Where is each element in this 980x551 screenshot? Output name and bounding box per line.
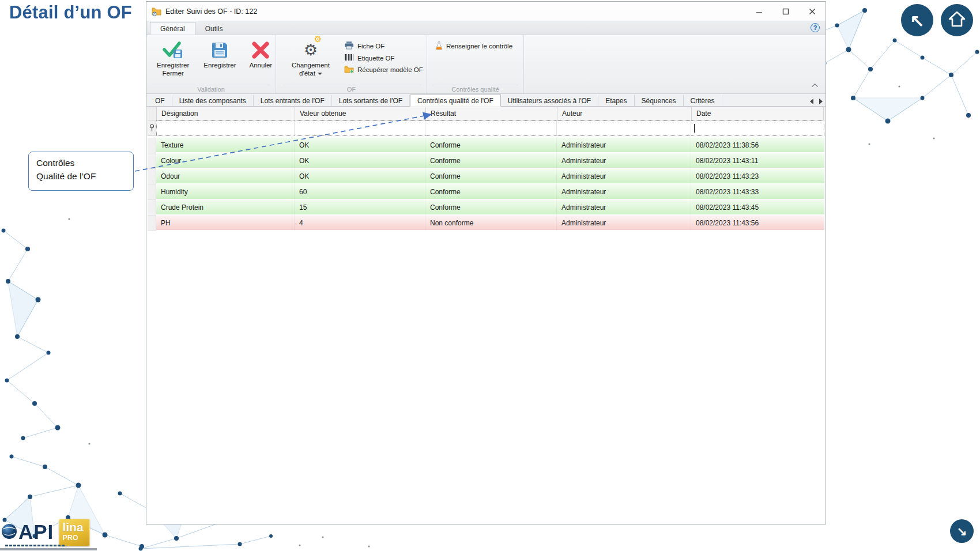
cell-resultat[interactable]: Conforme [425, 184, 557, 200]
renseigner-controle-label: Renseigner le contrôle [446, 43, 512, 50]
save-button[interactable]: Enregistrer [201, 39, 239, 70]
window-titlebar[interactable]: Editer Suivi des OF - ID: 122 [146, 2, 826, 21]
minimize-button[interactable] [746, 2, 772, 21]
ribbon-tab-general[interactable]: Général [150, 22, 195, 35]
cell-resultat[interactable]: Conforme [425, 200, 557, 216]
cell-auteur[interactable]: Administrateur [557, 138, 691, 153]
cell-date[interactable]: 08/02/2023 11:43:11 [691, 153, 824, 169]
tab-utilisateurs-associes[interactable]: Utilisateurs associés à l'OF [501, 95, 598, 106]
tab-liste-composants[interactable]: Liste des composants [172, 95, 254, 106]
folder-edit-icon [152, 7, 161, 16]
nav-back-button[interactable]: ↖ [901, 4, 933, 36]
folder-icon [344, 65, 354, 74]
filter-input-auteur[interactable] [557, 120, 691, 136]
pro-wordmark: PRO [62, 534, 90, 542]
quality-controls-grid: Désignation Valeur obtenue Résultat Aute… [148, 107, 824, 231]
column-header-designation[interactable]: Désignation [157, 107, 295, 120]
row-indicator [148, 153, 156, 169]
cell-auteur[interactable]: Administrateur [557, 169, 691, 184]
logo-baseline [0, 548, 97, 550]
callout-line2: Qualité de l’OF [36, 169, 133, 183]
cell-designation[interactable]: Crude Protein [156, 200, 295, 216]
cell-designation[interactable]: Odour [156, 169, 295, 184]
nav-next-button[interactable]: ↘ [950, 519, 974, 543]
cell-valeur[interactable]: 4 [295, 216, 425, 231]
filter-input-designation[interactable] [156, 120, 295, 136]
column-header-date[interactable]: Date [692, 107, 824, 120]
cell-date[interactable]: 08/02/2023 11:43:23 [691, 169, 824, 184]
tab-criteres[interactable]: Critères [684, 95, 722, 106]
save-close-label-line2: Fermer [163, 70, 184, 78]
collapse-ribbon-icon[interactable] [811, 80, 819, 90]
cell-date[interactable]: 08/02/2023 11:43:56 [691, 216, 824, 231]
cell-designation[interactable]: PH [156, 216, 295, 231]
grid-header-row: Désignation Valeur obtenue Résultat Aute… [148, 107, 824, 120]
table-row[interactable]: Humidity 60 Conforme Administrateur 08/0… [148, 184, 824, 200]
cell-auteur[interactable]: Administrateur [557, 216, 691, 231]
cell-resultat[interactable]: Conforme [425, 138, 557, 153]
tab-of[interactable]: OF [148, 95, 172, 106]
save-icon [210, 39, 229, 62]
tab-etapes[interactable]: Etapes [598, 95, 634, 106]
recuperer-modele-button[interactable]: Récupérer modèle OF [344, 65, 423, 74]
cell-date[interactable]: 08/02/2023 11:43:33 [691, 184, 824, 200]
renseigner-controle-button[interactable]: Renseigner le contrôle [435, 41, 512, 51]
arrow-up-left-icon: ↖ [910, 10, 924, 31]
tab-lots-entrants[interactable]: Lots entrants de l'OF [254, 95, 332, 106]
tab-lots-sortants[interactable]: Lots sortants de l'OF [332, 95, 410, 106]
header-indicator-cell [148, 107, 157, 120]
grid-body: Texture OK Conforme Administrateur 08/02… [148, 138, 824, 231]
cell-date[interactable]: 08/02/2023 11:43:45 [691, 200, 824, 216]
column-header-auteur[interactable]: Auteur [557, 107, 692, 120]
change-state-label-line2: d'état [299, 70, 322, 78]
table-row[interactable]: Colour OK Conforme Administrateur 08/02/… [148, 153, 824, 169]
cell-resultat[interactable]: Non conforme [425, 216, 557, 231]
nav-home-button[interactable] [941, 4, 973, 36]
maximize-button[interactable] [772, 2, 799, 21]
ribbon-tab-outils[interactable]: Outils [195, 22, 233, 35]
cell-resultat[interactable]: Conforme [425, 153, 557, 169]
cell-valeur[interactable]: 15 [295, 200, 425, 216]
close-button[interactable] [799, 2, 826, 21]
callout-line1: Contrôles [36, 156, 133, 169]
table-row[interactable]: Crude Protein 15 Conforme Administrateur… [148, 200, 824, 216]
cell-auteur[interactable]: Administrateur [557, 153, 691, 169]
cell-valeur[interactable]: OK [295, 138, 425, 153]
cell-designation[interactable]: Colour [156, 153, 295, 169]
cell-auteur[interactable]: Administrateur [557, 184, 691, 200]
tab-scroll-left-icon[interactable] [810, 99, 813, 104]
cell-auteur[interactable]: Administrateur [557, 200, 691, 216]
cell-valeur[interactable]: OK [295, 153, 425, 169]
filter-input-valeur[interactable] [295, 120, 425, 136]
fiche-of-button[interactable]: Fiche OF [344, 41, 423, 51]
filter-input-resultat[interactable] [425, 120, 557, 136]
filter-pin-icon [148, 120, 156, 136]
home-icon [948, 11, 966, 29]
row-indicator [148, 200, 156, 216]
table-row[interactable]: Texture OK Conforme Administrateur 08/02… [148, 138, 824, 153]
gears-icon: ⚙ ⚙ [304, 39, 318, 62]
tab-sequences[interactable]: Séquences [635, 95, 684, 106]
ribbon-group-validation: Enregistrer Fermer Enregistrer [146, 35, 276, 93]
tab-controles-qualite[interactable]: Contrôles qualité de l'OF [410, 95, 501, 107]
row-indicator [148, 138, 156, 153]
cell-resultat[interactable]: Conforme [425, 169, 557, 184]
ribbon-group-controles: Renseigner le contrôle Contrôles qualité [427, 35, 524, 93]
cell-date[interactable]: 08/02/2023 11:38:56 [691, 138, 824, 153]
column-header-resultat[interactable]: Résultat [426, 107, 557, 120]
table-row[interactable]: PH 4 Non conforme Administrateur 08/02/2… [148, 216, 824, 231]
dropdown-caret-icon [318, 73, 322, 75]
filter-input-date[interactable] [691, 120, 824, 136]
cancel-button[interactable]: Annuler [246, 39, 276, 70]
column-header-valeur[interactable]: Valeur obtenue [295, 107, 426, 120]
cell-designation[interactable]: Texture [156, 138, 295, 153]
change-state-button[interactable]: ⚙ ⚙ Changement d'état [289, 39, 333, 78]
table-row[interactable]: Odour OK Conforme Administrateur 08/02/2… [148, 169, 824, 184]
save-close-button[interactable]: Enregistrer Fermer [152, 39, 194, 78]
help-icon[interactable]: ? [811, 23, 820, 32]
etiquette-of-button[interactable]: Etiquette OF [344, 54, 423, 62]
cell-designation[interactable]: Humidity [156, 184, 295, 200]
tab-scroll-right-icon[interactable] [819, 99, 823, 104]
cell-valeur[interactable]: OK [295, 169, 425, 184]
cell-valeur[interactable]: 60 [295, 184, 425, 200]
